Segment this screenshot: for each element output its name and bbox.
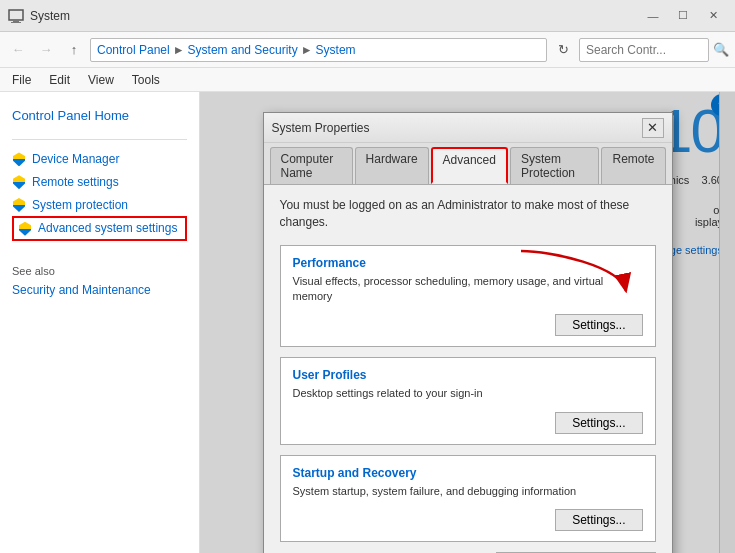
dialog-close-button[interactable]: ✕: [642, 118, 664, 138]
window-title: System: [30, 9, 639, 23]
menu-edit[interactable]: Edit: [45, 71, 74, 89]
address-bar: ← → ↑ Control Panel ► System and Securit…: [0, 32, 735, 68]
menu-bar: File Edit View Tools: [0, 68, 735, 92]
user-profiles-label: User Profiles: [293, 368, 643, 382]
main-layout: Control Panel Home Device Manager Remote…: [0, 92, 735, 553]
shield-icon-remote: [12, 175, 26, 189]
system-icon: [8, 8, 24, 24]
svg-rect-0: [9, 10, 23, 20]
tab-computer-name[interactable]: Computer Name: [270, 147, 353, 184]
performance-section: Performance Visual effects, processor sc…: [280, 245, 656, 348]
up-button[interactable]: ↑: [62, 38, 86, 62]
maximize-button[interactable]: ☐: [669, 5, 697, 27]
tab-hardware[interactable]: Hardware: [355, 147, 429, 184]
close-button[interactable]: ✕: [699, 5, 727, 27]
search-input[interactable]: [579, 38, 709, 62]
tab-system-protection[interactable]: System Protection: [510, 147, 600, 184]
breadcrumb-sep2: ►: [301, 43, 313, 57]
startup-recovery-settings-button[interactable]: Settings...: [555, 509, 642, 531]
see-also-label: See also: [12, 265, 187, 277]
svg-rect-2: [11, 22, 21, 23]
startup-recovery-btn-row: Settings...: [293, 509, 643, 531]
system-properties-dialog: System Properties ✕ Computer Name Hardwa…: [263, 112, 673, 553]
sidebar-divider-1: [12, 139, 187, 140]
breadcrumb-part1[interactable]: Control Panel: [97, 43, 170, 57]
tabs-container: Computer Name Hardware Advanced System P…: [264, 143, 672, 185]
sidebar-security-maintenance[interactable]: Security and Maintenance: [12, 283, 187, 297]
user-profiles-settings-button[interactable]: Settings...: [555, 412, 642, 434]
content-area: s10 hics 3.60 or isplay nge settings ? S…: [200, 92, 735, 553]
refresh-button[interactable]: ↻: [551, 38, 575, 62]
breadcrumb-part2[interactable]: System and Security: [188, 43, 298, 57]
forward-button[interactable]: →: [34, 38, 58, 62]
sidebar-control-panel-home[interactable]: Control Panel Home: [12, 108, 187, 123]
startup-recovery-section: Startup and Recovery System startup, sys…: [280, 455, 656, 542]
startup-recovery-label: Startup and Recovery: [293, 466, 643, 480]
sidebar-label-remote-settings: Remote settings: [32, 174, 119, 191]
shield-icon-protection: [12, 198, 26, 212]
sidebar-item-advanced-system-settings[interactable]: Advanced system settings: [12, 216, 187, 241]
user-profiles-section: User Profiles Desktop settings related t…: [280, 357, 656, 444]
sidebar-label-system-protection: System protection: [32, 197, 128, 214]
user-profiles-desc: Desktop settings related to your sign-in: [293, 386, 643, 401]
performance-label: Performance: [293, 256, 643, 270]
shield-icon-device: [12, 152, 26, 166]
shield-icon-advanced: [18, 222, 32, 236]
sidebar-item-device-manager[interactable]: Device Manager: [12, 148, 187, 171]
sidebar-label-device-manager: Device Manager: [32, 151, 119, 168]
performance-btn-row: Settings...: [293, 314, 643, 336]
breadcrumb-sep1: ►: [173, 43, 185, 57]
window-controls: — ☐ ✕: [639, 5, 727, 27]
back-button[interactable]: ←: [6, 38, 30, 62]
modal-overlay: System Properties ✕ Computer Name Hardwa…: [200, 92, 735, 553]
svg-rect-1: [13, 20, 19, 22]
breadcrumb-part3[interactable]: System: [316, 43, 356, 57]
sidebar-item-system-protection[interactable]: System protection: [12, 194, 187, 217]
minimize-button[interactable]: —: [639, 5, 667, 27]
menu-tools[interactable]: Tools: [128, 71, 164, 89]
tab-advanced[interactable]: Advanced: [431, 147, 508, 184]
breadcrumb: Control Panel ► System and Security ► Sy…: [90, 38, 547, 62]
title-bar: System — ☐ ✕: [0, 0, 735, 32]
menu-file[interactable]: File: [8, 71, 35, 89]
performance-settings-button[interactable]: Settings...: [555, 314, 642, 336]
performance-desc: Visual effects, processor scheduling, me…: [293, 274, 643, 305]
sidebar: Control Panel Home Device Manager Remote…: [0, 92, 200, 553]
search-icon: 🔍: [713, 42, 729, 57]
dialog-title-bar: System Properties ✕: [264, 113, 672, 143]
sidebar-label-advanced-system-settings: Advanced system settings: [38, 220, 177, 237]
user-profiles-btn-row: Settings...: [293, 412, 643, 434]
dialog-title: System Properties: [272, 121, 642, 135]
startup-recovery-desc: System startup, system failure, and debu…: [293, 484, 643, 499]
dialog-body: You must be logged on as an Administrato…: [264, 185, 672, 553]
tab-remote[interactable]: Remote: [601, 147, 665, 184]
menu-view[interactable]: View: [84, 71, 118, 89]
admin-notice: You must be logged on as an Administrato…: [280, 197, 656, 231]
sidebar-item-remote-settings[interactable]: Remote settings: [12, 171, 187, 194]
